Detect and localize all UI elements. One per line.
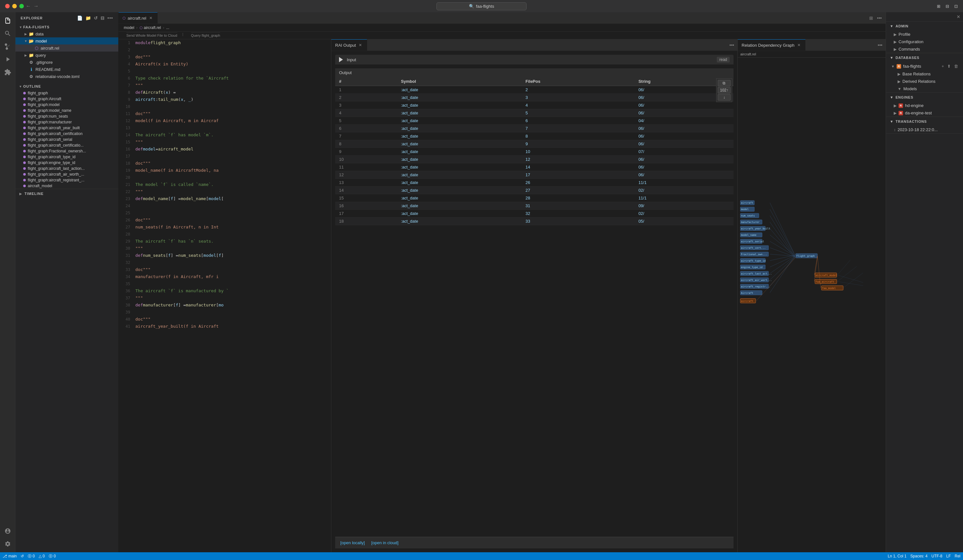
back-button[interactable]: ← [26,3,31,9]
breadcrumb-file[interactable]: ⬡ aircraft.rel [139,26,161,30]
explorer-icon[interactable] [2,15,13,26]
db-derived-relations[interactable]: ▶ Derived Relations [886,78,963,85]
outline-item-cert[interactable]: flight_graph:aircraft_certification [15,131,118,137]
folder-model[interactable]: ▼ 📂 model [15,37,118,44]
outline-item-aircraft[interactable]: flight_graph:Aircraft [15,96,118,102]
outline-item-year-built[interactable]: flight_graph:aircraft_year_built [15,125,118,131]
account-icon[interactable] [2,525,13,537]
tab-aircraft-rel[interactable]: ⬡ aircraft.rel ✕ [118,12,157,24]
admin-item-commands[interactable]: ▶ Commands [886,45,963,53]
code-editor[interactable]: 1 2 3 4 5 6 7 8 9 10 11 12 13 14 [118,39,331,552]
paginate-up[interactable]: 102↑ [718,87,731,94]
new-folder-icon[interactable]: 📁 [85,15,91,21]
rai-more-button[interactable]: ••• [729,42,735,49]
breadcrumb-more[interactable]: ... [166,26,169,30]
breadcrumb-model[interactable]: model [124,26,135,30]
outline-item-fractional[interactable]: flight_graph:Fractional_ownersh... [15,148,118,154]
extensions-icon[interactable] [2,66,13,78]
outline-item-model[interactable]: flight_graph:model [15,102,118,108]
outline-item-serial[interactable]: flight_graph:aircraft_serial [15,137,118,142]
status-spaces[interactable]: Spaces: 4 [911,554,927,558]
minimize-button[interactable] [12,4,17,8]
databases-section-header[interactable]: ▼ DATABASES [886,53,963,62]
status-sync[interactable]: ↺ [21,554,24,558]
close-button[interactable] [5,4,10,8]
split-editor-button[interactable]: ⊞ [868,14,874,22]
rdg-more-button[interactable]: ••• [877,42,883,49]
status-errors[interactable]: ⓪ 0 [28,554,35,559]
code-lines[interactable]: module flight_graph doc""" Aircraft(x in… [133,39,331,552]
layout3-icon[interactable]: ⊡ [954,4,958,9]
outline-header[interactable]: ▼ OUTLINE [15,83,118,90]
outline-item-flight-graph[interactable]: flight_graph [15,90,118,96]
search-activity-icon[interactable] [2,28,13,39]
engine-hd[interactable]: ▶ R hd-engine [886,102,963,109]
copy-button[interactable]: ⧉ [718,80,731,86]
settings-icon[interactable] [2,538,13,550]
more-actions-button[interactable]: ••• [875,14,883,22]
db-delete-button[interactable]: 🗑 [953,63,959,69]
engines-section-header[interactable]: ▼ ENGINES [886,93,963,102]
file-gitignore[interactable]: ⚙ .gitignore [15,59,118,66]
outline-item-last-action[interactable]: flight_graph:aircraft_last_action... [15,166,118,172]
outline-item-num-seats[interactable]: flight_graph:num_seats [15,113,118,119]
more-icon[interactable]: ••• [107,15,113,21]
status-eol[interactable]: LF [946,554,951,558]
folder-data[interactable]: ▶ 📁 data [15,30,118,37]
engine-da[interactable]: ▶ R da-engine-test [886,109,963,117]
collapse-icon[interactable]: ⊟ [101,15,105,21]
new-file-icon[interactable]: 📄 [77,15,83,21]
file-readme[interactable]: ℹ README.md [15,66,118,73]
right-sidebar-close[interactable]: ✕ [957,14,960,19]
tab-close-button[interactable]: ✕ [148,15,153,21]
db-expand-arrow[interactable]: ▼ [891,65,895,68]
admin-section-header[interactable]: ▼ ADMIN [886,22,963,31]
admin-item-profile[interactable]: ▶ Profile [886,31,963,38]
status-warnings[interactable]: △ 0 [39,554,45,558]
db-base-relations[interactable]: ▶ Base Relations [886,70,963,78]
open-in-cloud-button[interactable]: [open in cloud] [370,540,400,546]
outline-item-type-id[interactable]: flight_graph:aircraft_type_id [15,154,118,160]
status-position[interactable]: Ln 1, Col 1 [888,554,906,558]
forward-button[interactable]: → [34,3,39,9]
outline-item-model-name[interactable]: flight_graph:model_name [15,108,118,113]
db-models[interactable]: ▼ Models [886,85,963,92]
file-toml[interactable]: ⚙ relationalai-vscode.toml [15,73,118,80]
context-hint-1[interactable]: Send Whole Model File to Cloud [126,32,177,38]
db-new-button[interactable]: + [940,63,945,69]
refresh-icon[interactable]: ↺ [94,15,98,21]
input-header[interactable]: Input read [335,55,734,65]
layout2-icon[interactable]: ⊟ [945,4,949,9]
tab-rai-output[interactable]: RAI Output ✕ [331,39,367,50]
open-locally-button[interactable]: [open locally] [339,540,366,546]
tab-rdg[interactable]: Relation Dependency Graph ✕ [738,39,806,50]
status-ports[interactable]: ⓪ 0 [49,554,56,559]
db-upload-button[interactable]: ⬆ [946,63,952,69]
rai-tab-close[interactable]: ✕ [358,42,363,48]
rdg-tab-close[interactable]: ✕ [796,42,801,48]
run-icon[interactable] [2,53,13,65]
outline-item-registrant[interactable]: flight_graph:aircraft_registrant_... [15,177,118,183]
paginate-down[interactable]: ↓ [718,94,731,100]
play-button[interactable] [339,57,344,62]
status-branch[interactable]: ⎇ main [3,554,17,558]
layout-icon[interactable]: ⊞ [937,4,940,9]
outline-item-air-worth[interactable]: flight_graph:aircraft_air_worth_... [15,172,118,177]
status-language[interactable]: Rel [955,554,960,558]
outline-item-aircraft-model[interactable]: aircraft_model [15,183,118,189]
folder-query[interactable]: ▶ 📁 query [15,52,118,59]
timeline-header[interactable]: ▶ TIMELINE [18,191,116,196]
outline-item-manufacturer[interactable]: flight_graph:manufacturer [15,119,118,125]
admin-item-configuration[interactable]: ▶ Configuration [886,38,963,45]
file-aircraft-rel[interactable]: ⬡ aircraft.rel [15,44,118,52]
transaction-item[interactable]: ↕ 2023-10-18 22:22:0... [886,126,963,133]
transactions-section-header[interactable]: ▼ TRANSACTIONS [886,117,963,126]
outline-item-cert2[interactable]: flight_graph:aircraft_certificatio... [15,142,118,148]
context-hint-2[interactable]: Query flight_graph [191,32,220,38]
search-bar[interactable]: 🔍 faa-flights [436,2,527,10]
maximize-button[interactable] [19,4,24,8]
status-encoding[interactable]: UTF-8 [931,554,942,558]
output-table-container[interactable]: # Symbol FilePos String 1:act_date206/ [335,77,734,537]
workspace-root[interactable]: ▼ FAA-FLIGHTS [15,24,118,30]
source-control-icon[interactable] [2,40,13,52]
